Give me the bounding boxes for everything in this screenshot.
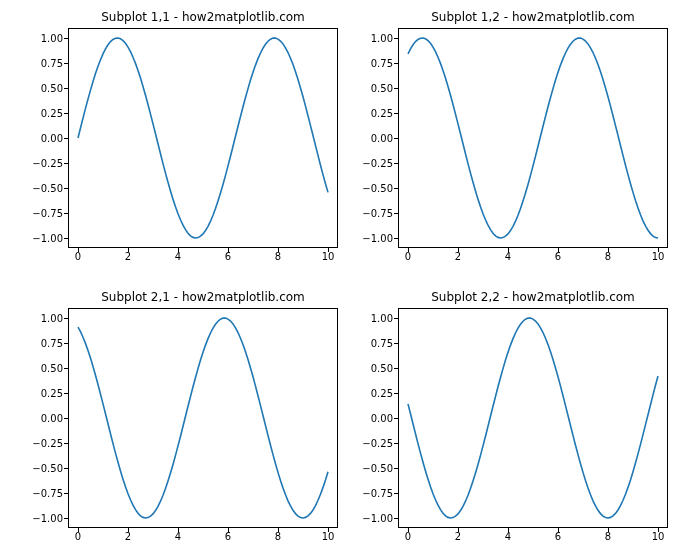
ytick-label: 0.25 — [371, 388, 393, 399]
xtick-label: 8 — [605, 251, 611, 262]
xtick-label: 6 — [555, 531, 561, 542]
ytick-label: 0.00 — [371, 133, 393, 144]
xtick-label: 0 — [405, 251, 411, 262]
ytick-label: 1.00 — [41, 33, 63, 44]
xtick-label: 4 — [505, 251, 511, 262]
xtick-label: 8 — [275, 251, 281, 262]
xtick-label: 2 — [455, 531, 461, 542]
subplot-ax11: Subplot 1,1 - how2matplotlib.com0246810−… — [68, 28, 338, 248]
subplot-ax12: Subplot 1,2 - how2matplotlib.com0246810−… — [398, 28, 668, 248]
ytick-label: 0.75 — [41, 338, 63, 349]
xtick-label: 8 — [605, 531, 611, 542]
ytick-label: 0.25 — [371, 108, 393, 119]
xtick-label: 10 — [322, 251, 335, 262]
xtick-label: 10 — [322, 531, 335, 542]
ytick-label: −1.00 — [362, 233, 393, 244]
xtick-label: 4 — [505, 531, 511, 542]
ytick-label: 0.50 — [371, 363, 393, 374]
ytick-label: −0.50 — [362, 463, 393, 474]
ytick-label: 0.00 — [371, 413, 393, 424]
xtick-label: 10 — [652, 251, 665, 262]
line-plot — [398, 308, 668, 528]
axes-title: Subplot 2,2 - how2matplotlib.com — [398, 290, 668, 304]
series-line — [408, 318, 658, 518]
ytick-label: 0.75 — [371, 338, 393, 349]
series-line — [78, 38, 328, 238]
figure: Subplot 1,1 - how2matplotlib.com0246810−… — [0, 0, 700, 560]
ytick-label: −0.25 — [32, 158, 63, 169]
ytick-label: −0.25 — [362, 438, 393, 449]
ytick-label: 0.25 — [41, 388, 63, 399]
ytick-label: 0.00 — [41, 133, 63, 144]
xtick-label: 2 — [125, 531, 131, 542]
line-plot — [68, 28, 338, 248]
xtick-label: 8 — [275, 531, 281, 542]
ytick-label: −0.50 — [362, 183, 393, 194]
ytick-label: −0.75 — [362, 488, 393, 499]
series-line — [408, 38, 658, 238]
xtick-label: 0 — [405, 531, 411, 542]
ytick-label: −0.75 — [362, 208, 393, 219]
ytick-label: 0.25 — [41, 108, 63, 119]
ytick-label: −1.00 — [32, 233, 63, 244]
ytick-label: 1.00 — [371, 33, 393, 44]
ytick-label: 0.75 — [371, 58, 393, 69]
line-plot — [398, 28, 668, 248]
ytick-label: 0.50 — [41, 363, 63, 374]
subplot-ax22: Subplot 2,2 - how2matplotlib.com0246810−… — [398, 308, 668, 528]
ytick-label: 0.50 — [41, 83, 63, 94]
xtick-label: 0 — [75, 531, 81, 542]
xtick-label: 6 — [225, 531, 231, 542]
ytick-label: 1.00 — [41, 313, 63, 324]
subplot-ax21: Subplot 2,1 - how2matplotlib.com0246810−… — [68, 308, 338, 528]
axes-title: Subplot 2,1 - how2matplotlib.com — [68, 290, 338, 304]
xtick-label: 6 — [225, 251, 231, 262]
xtick-label: 2 — [455, 251, 461, 262]
series-line — [78, 318, 328, 518]
ytick-label: 0.75 — [41, 58, 63, 69]
ytick-label: −0.50 — [32, 183, 63, 194]
xtick-label: 4 — [175, 251, 181, 262]
xtick-label: 0 — [75, 251, 81, 262]
line-plot — [68, 308, 338, 528]
ytick-label: −1.00 — [32, 513, 63, 524]
xtick-label: 2 — [125, 251, 131, 262]
ytick-label: 0.50 — [371, 83, 393, 94]
ytick-label: 1.00 — [371, 313, 393, 324]
ytick-label: −0.50 — [32, 463, 63, 474]
xtick-label: 6 — [555, 251, 561, 262]
xtick-label: 4 — [175, 531, 181, 542]
axes-title: Subplot 1,1 - how2matplotlib.com — [68, 10, 338, 24]
ytick-label: 0.00 — [41, 413, 63, 424]
ytick-label: −0.75 — [32, 208, 63, 219]
xtick-label: 10 — [652, 531, 665, 542]
ytick-label: −0.25 — [362, 158, 393, 169]
ytick-label: −1.00 — [362, 513, 393, 524]
ytick-label: −0.25 — [32, 438, 63, 449]
axes-title: Subplot 1,2 - how2matplotlib.com — [398, 10, 668, 24]
ytick-label: −0.75 — [32, 488, 63, 499]
